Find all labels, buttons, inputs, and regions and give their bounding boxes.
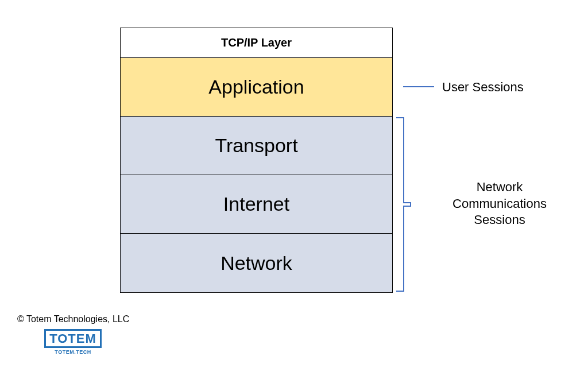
table-header: TCP/IP Layer bbox=[121, 28, 392, 58]
table-header-label: TCP/IP Layer bbox=[221, 36, 292, 49]
annotation-text: User Sessions bbox=[442, 80, 524, 94]
bracket-network-sessions bbox=[403, 117, 432, 292]
annotation-text-line: Network bbox=[442, 179, 557, 196]
layer-label: Transport bbox=[215, 134, 297, 157]
layer-label: Internet bbox=[223, 193, 289, 215]
logo-main-text: TOTEM bbox=[49, 332, 96, 345]
annotation-user-sessions: User Sessions bbox=[442, 79, 557, 96]
annotation-network-sessions: Network Communications Sessions bbox=[442, 179, 557, 229]
layer-row-internet: Internet bbox=[121, 175, 392, 234]
logo-box: TOTEM bbox=[44, 329, 102, 348]
diagram-stage: TCP/IP Layer Application Transport Inter… bbox=[0, 0, 588, 379]
annotation-text-line: Sessions bbox=[442, 212, 557, 229]
connector-user-sessions bbox=[403, 86, 434, 87]
copyright-label: © Totem Technologies, LLC bbox=[17, 314, 129, 324]
tcpip-layer-table: TCP/IP Layer Application Transport Inter… bbox=[120, 28, 393, 293]
layer-row-network: Network bbox=[121, 234, 392, 292]
logo-sub-text: TOTEM.TECH bbox=[41, 349, 105, 355]
annotation-text-line: Communications bbox=[442, 196, 557, 212]
layer-label: Application bbox=[208, 76, 304, 98]
layer-label: Network bbox=[220, 252, 292, 274]
layer-row-transport: Transport bbox=[121, 117, 392, 175]
layer-row-application: Application bbox=[121, 58, 392, 117]
copyright-text: © Totem Technologies, LLC bbox=[17, 314, 129, 324]
logo: TOTEM TOTEM.TECH bbox=[41, 329, 105, 355]
